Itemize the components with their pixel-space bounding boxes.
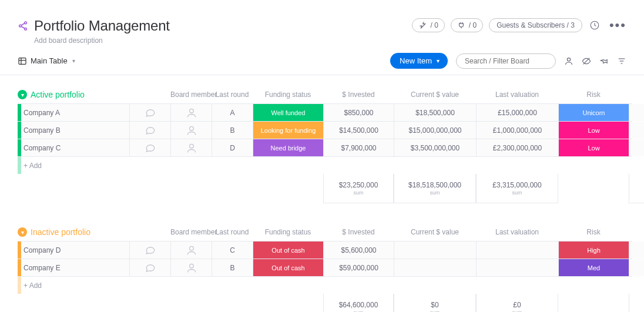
funding-status-cell[interactable]: Out of cash <box>253 241 323 259</box>
sum-cell: £3,315,000,000sum <box>476 174 558 203</box>
current-value-cell[interactable]: $3,500,000,000 <box>394 139 476 156</box>
hide-icon[interactable] <box>582 56 591 66</box>
funding-status-cell[interactable]: Need bridge <box>253 139 323 156</box>
satisfaction-cell[interactable]: ❤❤❤❤❤ <box>629 259 644 276</box>
column-header[interactable]: Risk <box>558 228 629 236</box>
last-valuation-cell[interactable] <box>476 259 558 276</box>
item-name[interactable]: Company C <box>18 139 129 156</box>
table-row[interactable]: Company BBLooking for funding$14,500,000… <box>18 121 632 139</box>
item-name[interactable]: Company D <box>18 241 129 259</box>
current-value-cell[interactable] <box>394 259 476 276</box>
svg-point-15 <box>189 126 193 130</box>
chevron-down-icon[interactable]: ▾ <box>437 58 440 64</box>
more-menu[interactable]: ••• <box>607 18 626 33</box>
column-header[interactable]: Current $ value <box>394 228 476 236</box>
activity-icon[interactable] <box>588 19 601 32</box>
satisfaction-cell[interactable]: ❤❤❤❤❤ <box>629 139 644 156</box>
satisfaction-sum: 4 / 5 <box>629 174 644 203</box>
conversation-icon[interactable] <box>129 241 170 259</box>
view-selector[interactable]: Main Table ▾ <box>18 56 75 66</box>
svg-line-3 <box>21 24 25 26</box>
risk-cell[interactable]: Low <box>558 139 629 156</box>
group-title[interactable]: ▾Inactive portfolio <box>18 227 129 237</box>
column-header[interactable]: Board member <box>170 90 212 99</box>
risk-cell[interactable]: High <box>558 241 629 259</box>
column-header[interactable]: Last round <box>212 228 253 236</box>
table-icon <box>18 56 27 66</box>
column-header[interactable]: Current $ value <box>394 90 476 99</box>
risk-cell[interactable]: Low <box>558 122 629 139</box>
conversation-icon[interactable] <box>129 139 170 156</box>
column-header[interactable]: Funding status <box>253 90 323 99</box>
column-header[interactable]: Board member <box>170 228 212 236</box>
group-title[interactable]: ▾Active portfolio <box>18 90 129 99</box>
board-description[interactable]: Add board description <box>34 36 412 45</box>
chevron-down-icon[interactable]: ▾ <box>18 90 27 99</box>
current-value-cell[interactable] <box>394 241 476 259</box>
column-header[interactable]: Satisfaction <box>629 228 644 236</box>
last-valuation-cell[interactable] <box>476 241 558 259</box>
funding-status-cell[interactable]: Well funded <box>253 104 323 121</box>
column-header[interactable]: Last round <box>212 90 253 99</box>
invested-cell[interactable]: $850,000 <box>323 104 394 121</box>
column-header[interactable]: Last valuation <box>476 90 558 99</box>
item-name[interactable]: Company B <box>18 122 129 139</box>
item-name[interactable]: Company E <box>18 259 129 276</box>
table-row[interactable]: Company EBOut of cash$59,000,000Med❤❤❤❤❤ <box>18 259 632 276</box>
column-header[interactable]: $ Invested <box>323 228 394 236</box>
chevron-down-icon[interactable]: ▾ <box>18 227 27 237</box>
invested-cell[interactable]: $14,500,000 <box>323 122 394 139</box>
current-value-cell[interactable]: $18,500,000 <box>394 104 476 121</box>
search-input[interactable] <box>456 53 556 69</box>
column-header[interactable]: Funding status <box>253 228 323 236</box>
automations-pill[interactable]: / 0 <box>412 18 444 32</box>
conversation-icon[interactable] <box>129 104 170 121</box>
satisfaction-cell[interactable]: ❤❤❤❤❤ <box>629 104 644 121</box>
last-round-cell[interactable]: B <box>212 259 253 276</box>
invested-cell[interactable]: $5,600,000 <box>323 241 394 259</box>
conversation-icon[interactable] <box>129 259 170 276</box>
item-name[interactable]: Company A <box>18 104 129 121</box>
current-value-cell[interactable]: $15,000,000,000 <box>394 122 476 139</box>
add-item-button[interactable]: + Add <box>18 277 129 294</box>
add-item-button[interactable]: + Add <box>18 157 129 174</box>
guests-pill[interactable]: Guests & Subscribers / 3 <box>489 18 582 32</box>
invested-cell[interactable]: $7,900,000 <box>323 139 394 156</box>
last-valuation-cell[interactable]: £2,300,000,000 <box>476 139 558 156</box>
last-valuation-cell[interactable]: £1,000,000,000 <box>476 122 558 139</box>
table-row[interactable]: Company DCOut of cash$5,600,000High❤❤❤❤❤ <box>18 241 632 259</box>
risk-cell[interactable]: Unicorn <box>558 104 629 121</box>
person-filter-icon[interactable] <box>564 56 573 66</box>
sum-cell: £0sum <box>476 294 558 312</box>
svg-rect-6 <box>19 58 26 64</box>
new-item-button[interactable]: New Item ▾ <box>390 53 448 69</box>
funding-status-cell[interactable]: Out of cash <box>253 259 323 276</box>
invested-cell[interactable]: $59,000,000 <box>323 259 394 276</box>
table-row[interactable]: Company AAWell funded$850,000$18,500,000… <box>18 103 632 121</box>
column-header[interactable]: Risk <box>558 90 629 99</box>
last-round-cell[interactable]: B <box>212 122 253 139</box>
risk-cell[interactable]: Med <box>558 259 629 276</box>
board-member-cell[interactable] <box>170 122 212 139</box>
funding-status-cell[interactable]: Looking for funding <box>253 122 323 139</box>
column-header[interactable]: Last valuation <box>476 228 558 236</box>
conversation-icon[interactable] <box>129 122 170 139</box>
filter-icon[interactable] <box>617 56 626 66</box>
satisfaction-cell[interactable]: ❤❤❤❤❤ <box>629 122 644 139</box>
integrations-pill[interactable]: / 0 <box>451 18 483 32</box>
board-member-cell[interactable] <box>170 241 212 259</box>
last-round-cell[interactable]: D <box>212 139 253 156</box>
satisfaction-cell[interactable]: ❤❤❤❤❤ <box>629 241 644 259</box>
board-member-cell[interactable] <box>170 259 212 276</box>
column-header[interactable]: $ Invested <box>323 90 394 99</box>
column-header[interactable]: Satisfaction <box>629 90 644 99</box>
board-member-cell[interactable] <box>170 139 212 156</box>
last-round-cell[interactable]: A <box>212 104 253 121</box>
board-title[interactable]: Portfolio Management <box>34 18 170 34</box>
board-member-cell[interactable] <box>170 104 212 121</box>
sum-cell: $0sum <box>394 294 476 312</box>
table-row[interactable]: Company CDNeed bridge$7,900,000$3,500,00… <box>18 139 632 156</box>
last-valuation-cell[interactable]: £15,000,000 <box>476 104 558 121</box>
last-round-cell[interactable]: C <box>212 241 253 259</box>
pin-icon[interactable] <box>599 56 609 66</box>
